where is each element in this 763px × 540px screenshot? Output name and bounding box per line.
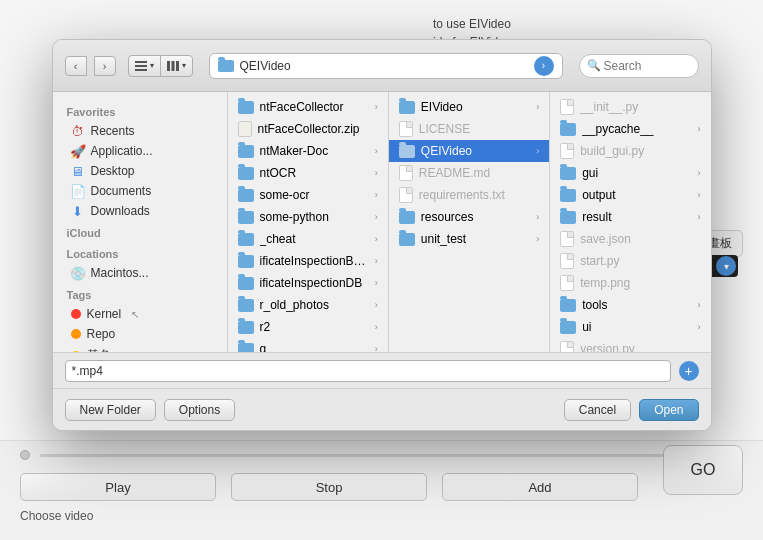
list-item[interactable]: g › <box>228 338 388 352</box>
favorites-label: Favorites <box>53 100 227 121</box>
icloud-label: iCloud <box>53 221 227 242</box>
location-chevron[interactable]: › <box>534 56 554 76</box>
player-buttons-row: Play Stop Add <box>20 473 743 501</box>
list-item[interactable]: ui › <box>550 316 710 338</box>
chevron-right-icon: › <box>375 322 378 332</box>
list-item[interactable]: EIVideo › <box>389 96 549 118</box>
back-button[interactable]: ‹ <box>65 56 87 76</box>
sidebar-item-tag-repo[interactable]: Repo <box>57 324 223 344</box>
file-item-name: ificateInspectionDB <box>260 276 369 290</box>
folder-icon <box>560 123 576 136</box>
column-view-button[interactable]: ▾ <box>160 55 193 77</box>
chevron-right-icon: › <box>375 344 378 352</box>
list-item[interactable]: ntOCR › <box>228 162 388 184</box>
list-item[interactable]: r_old_photos › <box>228 294 388 316</box>
list-item[interactable]: some-python › <box>228 206 388 228</box>
hd-icon: 💿 <box>71 266 85 280</box>
progress-dot[interactable] <box>20 450 30 460</box>
locations-label: Locations <box>53 242 227 263</box>
file-icon <box>560 275 574 291</box>
list-item[interactable]: README.md <box>389 162 549 184</box>
file-item-name: requirements.txt <box>419 188 539 202</box>
file-pane-3: __init__.py __pycache__ › build_gui.py <box>550 92 710 352</box>
chevron-right-icon: › <box>697 300 700 310</box>
chevron-right-icon: › <box>375 256 378 266</box>
chevron-right-icon: › <box>375 190 378 200</box>
list-item[interactable]: version.py <box>550 338 710 352</box>
list-item[interactable]: build_gui.py <box>550 140 710 162</box>
sidebar-item-desktop-label: Desktop <box>91 164 135 178</box>
list-item[interactable]: temp.png <box>550 272 710 294</box>
folder-icon <box>238 233 254 246</box>
column-view-chevron: ▾ <box>182 61 186 70</box>
list-item[interactable]: ificateInspectionDB › <box>228 272 388 294</box>
file-item-name: ificateInspectionBackend... <box>260 254 369 268</box>
list-item[interactable]: r2 › <box>228 316 388 338</box>
tag-yellow-label: 黃色 <box>87 347 111 352</box>
file-item-name: gui <box>582 166 691 180</box>
sidebar-item-tag-yellow[interactable]: 黃色 <box>57 344 223 352</box>
main-window: MainWindow to use EIVideoide for EIVideo… <box>0 0 763 540</box>
sidebar-item-desktop[interactable]: 🖥 Desktop <box>57 161 223 181</box>
sidebar-item-documents[interactable]: 📄 Documents <box>57 181 223 201</box>
list-item[interactable]: ntMaker-Doc › <box>228 140 388 162</box>
list-item[interactable]: _cheat › <box>228 228 388 250</box>
sidebar-item-macintosh[interactable]: 💿 Macintos... <box>57 263 223 283</box>
list-item[interactable]: some-ocr › <box>228 184 388 206</box>
file-item-name: ntFaceCollector.zip <box>258 122 378 136</box>
stop-button[interactable]: Stop <box>231 473 427 501</box>
file-item-name: __init__.py <box>580 100 700 114</box>
new-folder-button[interactable]: New Folder <box>65 399 156 421</box>
repo-tag-dot <box>71 329 81 339</box>
add-button[interactable]: Add <box>442 473 638 501</box>
list-item[interactable]: __pycache__ › <box>550 118 710 140</box>
file-item-name: some-python <box>260 210 369 224</box>
tags-label: Tags <box>53 283 227 304</box>
options-button[interactable]: Options <box>164 399 235 421</box>
list-item[interactable]: save.json <box>550 228 710 250</box>
folder-icon <box>399 211 415 224</box>
list-item[interactable]: tools › <box>550 294 710 316</box>
forward-button[interactable]: › <box>94 56 116 76</box>
list-item[interactable]: ificateInspectionBackend... › <box>228 250 388 272</box>
list-view-button[interactable]: ▾ <box>128 55 161 77</box>
list-item[interactable]: LICENSE <box>389 118 549 140</box>
go-button[interactable]: GO <box>663 445 743 495</box>
file-item-name: unit_test <box>421 232 530 246</box>
file-item-name: ui <box>582 320 691 334</box>
file-pane-2: EIVideo › LICENSE QEIVideo › <box>389 92 550 352</box>
list-item[interactable]: resources › <box>389 206 549 228</box>
folder-icon <box>238 299 254 312</box>
list-item[interactable]: output › <box>550 184 710 206</box>
chevron-right-icon: › <box>697 322 700 332</box>
list-item[interactable]: start.py <box>550 250 710 272</box>
list-item-selected[interactable]: QEIVideo › <box>389 140 549 162</box>
cancel-button[interactable]: Cancel <box>564 399 631 421</box>
filename-plus-button[interactable]: + <box>679 361 699 381</box>
list-item[interactable]: gui › <box>550 162 710 184</box>
bottom-controls-area: --/-- Play Stop Add Choose video GO <box>0 440 763 540</box>
filename-input[interactable] <box>65 360 671 382</box>
list-item[interactable]: __init__.py <box>550 96 710 118</box>
list-item[interactable]: ntFaceCollector.zip <box>228 118 388 140</box>
file-item-name: result <box>582 210 691 224</box>
view-toggle: ▾ ▾ <box>128 55 193 77</box>
file-item-name: __pycache__ <box>582 122 691 136</box>
sidebar-item-applications[interactable]: 🚀 Applicatio... <box>57 141 223 161</box>
progress-track[interactable] <box>40 454 715 457</box>
sidebar-item-downloads[interactable]: ⬇ Downloads <box>57 201 223 221</box>
list-item[interactable]: ntFaceCollector › <box>228 96 388 118</box>
list-item[interactable]: unit_test › <box>389 228 549 250</box>
file-item-name: some-ocr <box>260 188 369 202</box>
list-item[interactable]: requirements.txt <box>389 184 549 206</box>
location-text: QEIVideo <box>240 59 291 73</box>
sidebar-item-tag-kernel[interactable]: Kernel ↖ <box>57 304 223 324</box>
chevron-right-icon: › <box>536 212 539 222</box>
open-button[interactable]: Open <box>639 399 698 421</box>
play-button[interactable]: Play <box>20 473 216 501</box>
location-bar: QEIVideo › <box>209 53 563 79</box>
chevron-right-icon: › <box>375 102 378 112</box>
list-item[interactable]: result › <box>550 206 710 228</box>
chevron-right-icon: › <box>697 190 700 200</box>
sidebar-item-recents[interactable]: ⏱ Recents <box>57 121 223 141</box>
